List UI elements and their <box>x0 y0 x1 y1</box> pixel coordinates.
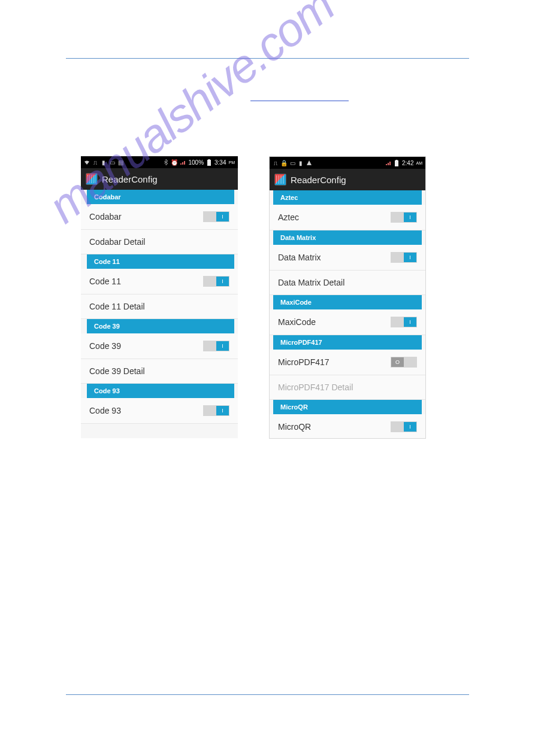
warning-icon <box>306 160 312 166</box>
svg-rect-3 <box>396 160 398 161</box>
row-label: Aztec <box>278 212 391 222</box>
section-header: Code 93 <box>87 384 234 398</box>
clock-ampm: AM <box>416 161 423 165</box>
battery-icon <box>394 160 400 166</box>
settings-row[interactable]: Code 39I <box>81 333 238 359</box>
toggle-switch[interactable]: I <box>391 317 417 327</box>
app-icon <box>86 173 98 185</box>
settings-row[interactable]: Data MatrixI <box>270 245 425 271</box>
toggle-switch[interactable]: I <box>203 211 229 222</box>
app-title: ReaderConfig <box>102 174 158 184</box>
settings-row[interactable]: MicroQRI <box>270 414 425 439</box>
battery-percent: 100% <box>188 159 204 166</box>
row-label: Code 11 Detail <box>89 302 229 311</box>
clock-ampm: PM <box>229 160 235 165</box>
toggle-knob: I <box>404 422 416 432</box>
toggle-knob: I <box>216 341 229 351</box>
bottom-divider <box>66 694 469 695</box>
screenshot-icon: ▭ <box>289 160 295 166</box>
section-header: MicroPDF417 <box>273 335 422 350</box>
settings-row[interactable]: Code 93I <box>81 398 238 424</box>
row-label: Code 39 Detail <box>89 366 229 376</box>
signal-icon <box>180 159 186 165</box>
toggle-knob: I <box>404 253 416 262</box>
toggle-knob: I <box>216 406 229 415</box>
toggle-switch[interactable]: I <box>391 212 417 223</box>
toggle-knob: I <box>404 317 416 327</box>
screenshot-icon: ▭ <box>109 159 115 165</box>
settings-row[interactable]: MicroPDF417O <box>270 350 425 375</box>
row-label: Data Matrix Detail <box>278 278 417 287</box>
section-header: MaxiCode <box>273 295 422 309</box>
toggle-switch[interactable]: I <box>391 252 417 263</box>
battery-small-icon: ▮ <box>101 159 107 165</box>
phone-screenshot-left: ⎍ ▮ ▭ ▤ ⏰ 100% 3:34 PM ReaderConfig Coda… <box>81 156 238 438</box>
settings-row: MicroPDF417 Detail <box>270 375 425 400</box>
row-label: MicroQR <box>278 422 391 432</box>
card-icon: ▤ <box>117 159 123 165</box>
section-header: Codabar <box>87 190 234 204</box>
toggle-switch[interactable]: O <box>391 357 417 368</box>
section-header: Data Matrix <box>273 230 422 245</box>
section-header: Code 11 <box>87 254 234 269</box>
clock-time: 2:42 <box>402 160 413 166</box>
row-label: Codabar Detail <box>89 237 229 247</box>
status-bar: ⎍ 🔒 ▭ ▮ 2:42 AM <box>270 157 425 169</box>
toggle-switch[interactable]: I <box>203 276 229 287</box>
phone-screenshot-right: ⎍ 🔒 ▭ ▮ 2:42 AM ReaderConfig AztecAztecI… <box>269 156 426 439</box>
settings-row[interactable]: Code 11 Detail <box>81 294 238 319</box>
settings-row[interactable]: Data Matrix Detail <box>270 271 425 295</box>
row-label: Codabar <box>89 212 203 221</box>
settings-list[interactable]: CodabarCodabarICodabar DetailCode 11Code… <box>81 190 238 424</box>
bluetooth-icon <box>163 159 169 165</box>
row-label: Code 11 <box>89 277 203 286</box>
toggle-knob: I <box>216 277 229 286</box>
wifi-icon <box>84 159 90 165</box>
toggle-knob: O <box>391 357 404 367</box>
usb-icon: ⎍ <box>92 159 98 165</box>
settings-list[interactable]: AztecAztecIData MatrixData MatrixIData M… <box>270 190 425 439</box>
status-bar: ⎍ ▮ ▭ ▤ ⏰ 100% 3:34 PM <box>81 156 238 168</box>
lock-icon: 🔒 <box>281 160 287 166</box>
row-label: Code 39 <box>89 341 203 351</box>
clock-time: 3:34 <box>214 159 226 166</box>
section-header: Code 39 <box>87 319 234 333</box>
settings-row[interactable]: AztecI <box>270 205 425 230</box>
app-bar: ReaderConfig <box>81 168 238 190</box>
svg-rect-1 <box>208 159 210 160</box>
toggle-switch[interactable]: I <box>203 405 229 416</box>
settings-row[interactable]: MaxiCodeI <box>270 309 425 335</box>
settings-row[interactable]: Codabar Detail <box>81 230 238 254</box>
link-underline <box>250 101 349 101</box>
section-header: MicroQR <box>273 400 422 414</box>
settings-row[interactable]: Code 39 Detail <box>81 359 238 384</box>
toggle-switch[interactable]: I <box>203 341 229 351</box>
row-label: MicroPDF417 <box>278 357 391 367</box>
toggle-switch[interactable]: I <box>391 421 417 432</box>
toggle-knob: I <box>404 212 416 222</box>
battery-icon <box>206 159 212 165</box>
app-title: ReaderConfig <box>291 175 346 185</box>
alarm-icon: ⏰ <box>171 159 177 165</box>
section-header: Aztec <box>273 190 422 205</box>
toggle-knob: I <box>216 212 229 221</box>
usb-icon: ⎍ <box>273 160 279 166</box>
signal-icon <box>385 160 391 166</box>
row-label: MaxiCode <box>278 317 391 327</box>
battery-small-icon: ▮ <box>298 160 304 166</box>
top-divider <box>66 58 469 59</box>
app-bar: ReaderConfig <box>270 169 425 190</box>
app-icon <box>274 174 286 186</box>
row-label: Data Matrix <box>278 253 391 262</box>
settings-row[interactable]: Code 11I <box>81 269 238 294</box>
settings-row[interactable]: CodabarI <box>81 204 238 230</box>
row-label: MicroPDF417 Detail <box>278 382 417 392</box>
svg-rect-2 <box>395 160 398 166</box>
svg-rect-0 <box>207 160 211 166</box>
row-label: Code 93 <box>89 406 203 415</box>
